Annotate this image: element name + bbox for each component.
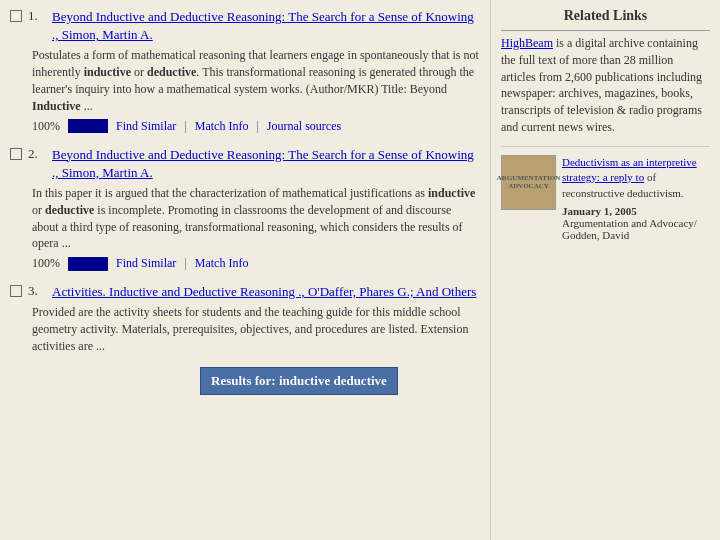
divider <box>501 30 710 31</box>
sidebar-link-text: Deductivism as an interpretive strategy:… <box>562 155 710 201</box>
result-header-2: 2. Beyond Inductive and Deductive Reason… <box>10 146 480 182</box>
result-number-3: 3. <box>28 283 48 299</box>
result-item-2: 2. Beyond Inductive and Deductive Reason… <box>10 146 480 272</box>
result-item-3: 3. Activities. Inductive and Deductive R… <box>10 283 480 355</box>
percent-bar-1 <box>68 119 108 133</box>
body-text-2b: or <box>32 203 45 217</box>
checkbox-1[interactable] <box>10 10 22 22</box>
sidebar-item: ARGUMENTATIONADVOCACY Deductivism as an … <box>501 146 710 241</box>
result-title-3[interactable]: Activities. Inductive and Deductive Reas… <box>52 283 476 301</box>
sidebar-meta: Argumentation and Advocacy/ Godden, Davi… <box>562 217 710 241</box>
result-body-2: In this paper it is argued that the char… <box>32 185 480 252</box>
body-text-2a: In this paper it is argued that the char… <box>32 186 428 200</box>
bold-1c: Inductive <box>32 99 81 113</box>
left-panel: 1. Beyond Inductive and Deductive Reason… <box>0 0 490 540</box>
sidebar-thumbnail: ARGUMENTATIONADVOCACY <box>501 155 556 210</box>
result-body-3: Provided are the activity sheets for stu… <box>32 304 480 354</box>
sidebar-article-link[interactable]: Deductivism as an interpretive strategy:… <box>562 156 697 183</box>
result-title-2[interactable]: Beyond Inductive and Deductive Reasoning… <box>52 146 480 182</box>
percent-1: 100% <box>32 119 60 134</box>
find-similar-2[interactable]: Find Similar <box>116 256 176 271</box>
sidebar-text-block: Deductivism as an interpretive strategy:… <box>562 155 710 241</box>
journal-sources-1[interactable]: Journal sources <box>267 119 341 134</box>
related-links-body: HighBeam is a digital archive containing… <box>501 35 710 136</box>
pipe-2a: | <box>184 256 186 271</box>
thumbnail-label: ARGUMENTATIONADVOCACY <box>497 174 561 190</box>
body-text-1d: ... <box>81 99 93 113</box>
right-panel: Related Links HighBeam is a digital arch… <box>490 0 720 540</box>
percent-2: 100% <box>32 256 60 271</box>
bold-2a: inductive <box>428 186 475 200</box>
find-similar-1[interactable]: Find Similar <box>116 119 176 134</box>
percent-bar-2 <box>68 257 108 271</box>
result-actions-2: 100% Find Similar | Match Info <box>32 256 480 271</box>
sidebar-date: January 1, 2005 <box>562 205 710 217</box>
highbeam-link[interactable]: HighBeam <box>501 36 553 50</box>
highbeam-text: is a digital archive containing the full… <box>501 36 702 134</box>
match-info-1[interactable]: Match Info <box>195 119 249 134</box>
hatch-tooltip: Results for: inductive deductive <box>200 367 398 395</box>
pipe-1b: | <box>256 119 258 134</box>
result-header-3: 3. Activities. Inductive and Deductive R… <box>10 283 480 301</box>
result-title-1[interactable]: Beyond Inductive and Deductive Reasoning… <box>52 8 480 44</box>
body-text-3a: Provided are the activity sheets for stu… <box>32 305 468 353</box>
result-header-1: 1. Beyond Inductive and Deductive Reason… <box>10 8 480 44</box>
pipe-1a: | <box>184 119 186 134</box>
checkbox-3[interactable] <box>10 285 22 297</box>
result-number-1: 1. <box>28 8 48 24</box>
bold-1b: deductive <box>147 65 196 79</box>
related-links-title: Related Links <box>501 8 710 24</box>
bold-2b: deductive <box>45 203 94 217</box>
result-number-2: 2. <box>28 146 48 162</box>
result-body-1: Postulates a form of mathematical reason… <box>32 47 480 114</box>
result-item-1: 1. Beyond Inductive and Deductive Reason… <box>10 8 480 134</box>
body-text-2c: is incomplete. Promoting in classrooms t… <box>32 203 463 251</box>
bold-1a: inductive <box>84 65 131 79</box>
result-actions-1: 100% Find Similar | Match Info | Journal… <box>32 119 480 134</box>
main-layout: 1. Beyond Inductive and Deductive Reason… <box>0 0 720 540</box>
checkbox-2[interactable] <box>10 148 22 160</box>
body-text-1b: or <box>131 65 147 79</box>
match-info-2[interactable]: Match Info <box>195 256 249 271</box>
